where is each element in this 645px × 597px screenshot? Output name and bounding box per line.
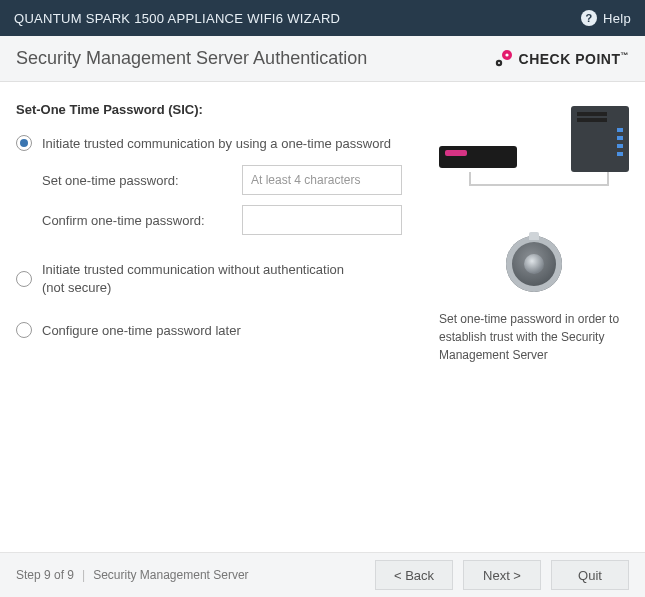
server-icon bbox=[571, 106, 629, 172]
subheader: Security Management Server Authenticatio… bbox=[0, 36, 645, 82]
back-button[interactable]: < Back bbox=[375, 560, 453, 590]
confirm-password-label: Confirm one-time password: bbox=[42, 213, 242, 228]
window-title: QUANTUM SPARK 1500 APPLIANCE WIFI6 WIZAR… bbox=[14, 11, 340, 26]
svg-point-3 bbox=[498, 62, 500, 64]
radio-icon bbox=[16, 135, 32, 151]
next-button[interactable]: Next > bbox=[463, 560, 541, 590]
wizard-footer: Step 9 of 9 | Security Management Server… bbox=[0, 552, 645, 597]
quit-button[interactable]: Quit bbox=[551, 560, 629, 590]
radio-option-1[interactable]: Initiate trusted communication by using … bbox=[16, 135, 429, 151]
confirm-password-row: Confirm one-time password: bbox=[42, 205, 429, 235]
help-label: Help bbox=[603, 11, 631, 26]
appliance-icon bbox=[439, 146, 517, 168]
radio-label: Configure one-time password later bbox=[42, 323, 241, 338]
option-initiate-with-password: Initiate trusted communication by using … bbox=[16, 135, 429, 235]
brand-text: CHECK POINT™ bbox=[519, 51, 629, 67]
content-area: Set-One Time Password (SIC): Initiate tr… bbox=[0, 82, 645, 552]
set-password-row: Set one-time password: bbox=[42, 165, 429, 195]
connection-bracket-icon bbox=[469, 172, 609, 186]
page-title: Security Management Server Authenticatio… bbox=[16, 48, 367, 69]
form-panel: Set-One Time Password (SIC): Initiate tr… bbox=[16, 102, 429, 542]
radio-label: Initiate trusted communication without a… bbox=[42, 261, 362, 296]
brand-logo: CHECK POINT™ bbox=[493, 49, 629, 69]
checkpoint-logo-icon bbox=[493, 49, 513, 69]
info-panel: Set one-time password in order to establ… bbox=[429, 102, 629, 542]
help-link[interactable]: ? Help bbox=[581, 10, 631, 26]
footer-page-name: Security Management Server bbox=[93, 568, 248, 582]
set-password-input[interactable] bbox=[242, 165, 402, 195]
radio-label: Initiate trusted communication by using … bbox=[42, 136, 391, 151]
section-title: Set-One Time Password (SIC): bbox=[16, 102, 429, 117]
step-indicator: Step 9 of 9 bbox=[16, 568, 74, 582]
option-configure-later: Configure one-time password later bbox=[16, 322, 429, 338]
set-password-label: Set one-time password: bbox=[42, 173, 242, 188]
titlebar: QUANTUM SPARK 1500 APPLIANCE WIFI6 WIZAR… bbox=[0, 0, 645, 36]
confirm-password-input[interactable] bbox=[242, 205, 402, 235]
option-without-auth: Initiate trusted communication without a… bbox=[16, 261, 429, 296]
footer-separator: | bbox=[82, 568, 85, 582]
info-text: Set one-time password in order to establ… bbox=[439, 310, 629, 364]
vault-lock-icon bbox=[506, 236, 562, 292]
radio-option-2[interactable]: Initiate trusted communication without a… bbox=[16, 261, 429, 296]
help-icon: ? bbox=[581, 10, 597, 26]
radio-option-3[interactable]: Configure one-time password later bbox=[16, 322, 429, 338]
radio-icon bbox=[16, 322, 32, 338]
topology-illustration bbox=[439, 106, 629, 226]
svg-point-1 bbox=[505, 53, 508, 56]
radio-icon bbox=[16, 271, 32, 287]
